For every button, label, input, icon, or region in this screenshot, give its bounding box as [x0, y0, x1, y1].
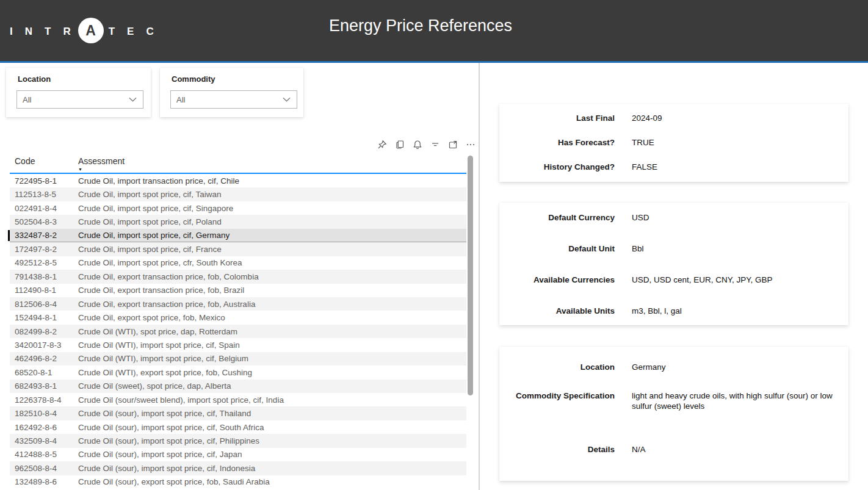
commodity-dropdown[interactable]: All [170, 90, 297, 109]
price-reference-table: Code Assessment ▼ 722495-8-1Crude Oil, i… [10, 155, 466, 489]
detail-value: FALSE [632, 162, 657, 172]
assessment-cell: Crude Oil, import transaction price, cif… [78, 176, 466, 186]
detail-label: Last Final [499, 113, 615, 123]
table-row[interactable]: 112513-8-5Crude Oil, import spot price, … [10, 187, 466, 201]
table-body: 722495-8-1Crude Oil, import transaction … [10, 174, 466, 489]
table-row[interactable]: 152494-8-1Crude Oil, export spot price, … [10, 311, 466, 324]
detail-row: Available Unitsm3, Bbl, l, gal [499, 306, 848, 316]
code-cell: 962508-8-4 [10, 464, 78, 473]
detail-value: light and heavy crude oils, with high su… [632, 391, 847, 411]
assessment-cell: Crude Oil (WTI), export spot price, fob,… [78, 368, 466, 377]
assessment-cell: Crude Oil (sweet), spot price, dap, Albe… [78, 381, 466, 391]
assessment-cell: Crude Oil, export spot price, fob, Mexic… [78, 313, 466, 322]
table-row[interactable]: 3420017-8-3Crude Oil (WTI), import spot … [10, 338, 466, 351]
commodity-dropdown-value: All [176, 95, 283, 104]
code-cell: 68520-8-1 [10, 368, 78, 377]
assessment-cell: Crude Oil (sour/sweet blend), import spo… [78, 395, 466, 405]
assessment-cell: Crude Oil, import spot price, cif, Taiwa… [78, 190, 466, 199]
table-scrollbar[interactable] [468, 156, 473, 395]
code-cell: 462496-8-2 [10, 354, 78, 363]
table-row[interactable]: 332487-8-2Crude Oil, import spot price, … [10, 229, 466, 242]
code-cell: 332487-8-2 [10, 231, 78, 240]
assessment-cell: Crude Oil (sour), import spot price, cif… [78, 436, 466, 445]
table-row[interactable]: 082499-8-2Crude Oil (WTI), spot price, d… [10, 325, 466, 338]
assessment-cell: Crude Oil, import spot price, cif, Franc… [78, 245, 466, 254]
detail-value: Bbl [632, 243, 644, 254]
detail-label: Available Currencies [499, 275, 615, 285]
assessment-cell: Crude Oil, export transaction price, fob… [78, 286, 466, 295]
assessment-cell: Crude Oil, import spot price, cif, Germa… [78, 231, 466, 240]
focus-mode-icon[interactable] [447, 140, 458, 150]
forecast-status-card: Last Final2024-09Has Forecast?TRUEHistor… [499, 104, 848, 182]
detail-label: History Changed? [499, 162, 615, 172]
page-title: Energy Price References [0, 16, 841, 35]
location-filter-card: Location All [6, 68, 151, 117]
sort-descending-icon: ▼ [78, 167, 466, 171]
table-row[interactable]: 722495-8-1Crude Oil, import transaction … [10, 174, 466, 187]
location-filter-label: Location [18, 74, 51, 84]
detail-row: History Changed?FALSE [499, 162, 848, 172]
assessment-cell: Crude Oil (sour), import spot price, cif… [78, 423, 466, 432]
location-dropdown[interactable]: All [16, 90, 143, 109]
detail-row: LocationGermany [499, 362, 848, 372]
detail-label: Has Forecast? [499, 137, 615, 148]
code-cell: 492512-8-5 [10, 258, 78, 267]
table-row[interactable]: 502504-8-3Crude Oil, import spot price, … [10, 215, 466, 228]
code-cell: 722495-8-1 [10, 176, 78, 186]
location-dropdown-value: All [23, 95, 129, 104]
table-row[interactable]: 162492-8-6Crude Oil (sour), import spot … [10, 420, 466, 434]
code-cell: 022491-8-4 [10, 204, 78, 213]
code-cell: 682493-8-1 [10, 381, 78, 391]
pane-divider [479, 63, 480, 490]
table-row[interactable]: 1226378-8-4Crude Oil (sour/sweet blend),… [10, 393, 466, 406]
code-cell: 112490-8-1 [10, 286, 78, 295]
table-row[interactable]: 182510-8-4Crude Oil (sour), import spot … [10, 406, 466, 420]
table-row[interactable]: 432509-8-4Crude Oil (sour), import spot … [10, 434, 466, 447]
detail-value: N/A [632, 444, 646, 455]
detail-row: DetailsN/A [499, 444, 848, 455]
table-row[interactable]: 412488-8-5Crude Oil (sour), import spot … [10, 448, 466, 461]
detail-row: Default CurrencyUSD [499, 212, 848, 223]
assessment-cell: Crude Oil (sour), import spot price, cif… [78, 409, 466, 418]
column-header-code[interactable]: Code [10, 156, 78, 166]
chevron-down-icon [129, 97, 137, 102]
filter-icon[interactable] [430, 140, 440, 150]
code-cell: 162492-8-6 [10, 423, 78, 432]
code-cell: 3420017-8-3 [10, 340, 78, 350]
table-row[interactable]: 791438-8-1Crude Oil, export transaction … [10, 270, 466, 283]
app-root: INTR A TEC Energy Price References Locat… [0, 0, 868, 490]
detail-label: Available Units [499, 306, 615, 316]
code-cell: 1226378-8-4 [10, 395, 78, 405]
assessment-cell: Crude Oil, import spot price, cif, Polan… [78, 217, 466, 226]
table-row[interactable]: 682493-8-1Crude Oil (sweet), spot price,… [10, 380, 466, 393]
table-row[interactable]: 962508-8-4Crude Oil (sour), import spot … [10, 461, 466, 475]
table-row[interactable]: 132489-8-6Crude Oil (sour), export spot … [10, 475, 466, 489]
detail-row: Last Final2024-09 [499, 113, 848, 123]
detail-value: TRUE [632, 137, 654, 148]
copy-icon[interactable] [394, 140, 405, 150]
assessment-cell: Crude Oil, export transaction price, fob… [78, 272, 466, 281]
more-options-icon[interactable] [465, 140, 476, 150]
pin-icon[interactable] [377, 140, 387, 150]
assessment-cell: Crude Oil (WTI), import spot price, cif,… [78, 354, 466, 363]
table-row[interactable]: 812506-8-4Crude Oil, export transaction … [10, 297, 466, 311]
detail-row: Available CurrenciesUSD, USD cent, EUR, … [499, 275, 848, 285]
header-accent-line [0, 61, 868, 63]
app-header: INTR A TEC Energy Price References [0, 0, 868, 61]
detail-row: Has Forecast?TRUE [499, 137, 848, 148]
detail-row: Commodity Specificationlight and heavy c… [499, 391, 848, 411]
alert-bell-icon[interactable] [412, 140, 422, 150]
code-cell: 132489-8-6 [10, 477, 78, 486]
table-row[interactable]: 022491-8-4Crude Oil, import spot price, … [10, 201, 466, 215]
table-row[interactable]: 462496-8-2Crude Oil (WTI), import spot p… [10, 352, 466, 366]
detail-label: Default Unit [499, 243, 615, 254]
detail-label: Details [499, 444, 615, 455]
table-row[interactable]: 68520-8-1Crude Oil (WTI), export spot pr… [10, 366, 466, 379]
table-row[interactable]: 112490-8-1Crude Oil, export transaction … [10, 284, 466, 297]
column-header-assessment[interactable]: Assessment ▼ [78, 156, 466, 171]
currency-unit-card: Default CurrencyUSDDefault UnitBblAvaila… [499, 203, 848, 325]
table-row[interactable]: 492512-8-5Crude Oil, import spot price, … [10, 256, 466, 270]
assessment-header-label: Assessment [78, 156, 466, 166]
chevron-down-icon [283, 97, 291, 102]
table-row[interactable]: 172497-8-2Crude Oil, import spot price, … [10, 242, 466, 256]
